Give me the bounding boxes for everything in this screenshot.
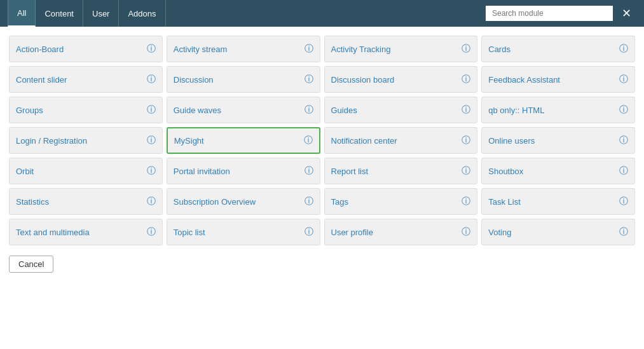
main-content: Action-BoardⓘActivity streamⓘActivity Tr…	[0, 27, 644, 278]
info-icon-statistics[interactable]: ⓘ	[147, 196, 156, 207]
info-icon-task-list[interactable]: ⓘ	[619, 196, 628, 207]
module-name-login-registration: Login / Registration	[16, 136, 143, 146]
info-icon-action-board[interactable]: ⓘ	[147, 43, 156, 55]
module-item-discussion[interactable]: Discussionⓘ	[167, 66, 320, 93]
info-icon-activity-tracking[interactable]: ⓘ	[462, 43, 470, 55]
module-name-cards: Cards	[488, 44, 615, 54]
info-icon-text-and-multimedia[interactable]: ⓘ	[147, 226, 156, 238]
module-name-notification-center: Notification center	[331, 136, 458, 146]
info-icon-topic-list[interactable]: ⓘ	[305, 226, 313, 238]
module-name-voting: Voting	[488, 228, 615, 237]
module-name-groups: Groups	[16, 106, 143, 115]
module-item-user-profile[interactable]: User profileⓘ	[324, 219, 478, 245]
module-item-statistics[interactable]: Statisticsⓘ	[9, 188, 163, 215]
info-icon-shoutbox[interactable]: ⓘ	[619, 165, 628, 177]
info-icon-discussion-board[interactable]: ⓘ	[462, 74, 470, 85]
module-name-action-board: Action-Board	[16, 44, 143, 54]
info-icon-portal-invitation[interactable]: ⓘ	[305, 165, 313, 177]
module-item-activity-stream[interactable]: Activity streamⓘ	[167, 36, 320, 62]
module-item-topic-list[interactable]: Topic listⓘ	[167, 219, 320, 245]
info-icon-tags[interactable]: ⓘ	[462, 196, 470, 207]
module-item-shoutbox[interactable]: Shoutboxⓘ	[481, 158, 635, 184]
module-item-text-and-multimedia[interactable]: Text and multimediaⓘ	[9, 219, 163, 245]
module-item-cards[interactable]: Cardsⓘ	[481, 36, 635, 62]
module-name-portal-invitation: Portal invitation	[174, 167, 301, 176]
close-button[interactable]: ✕	[617, 6, 636, 20]
module-item-groups[interactable]: Groupsⓘ	[9, 97, 163, 123]
info-icon-subscription-overview[interactable]: ⓘ	[305, 196, 313, 207]
module-name-guides: Guides	[331, 106, 458, 115]
module-name-tags: Tags	[331, 197, 458, 207]
info-icon-guides[interactable]: ⓘ	[462, 104, 470, 116]
nav-tab-all[interactable]: All	[8, 0, 36, 27]
module-name-activity-stream: Activity stream	[174, 44, 301, 54]
module-name-qb-html: qb only:: HTML	[488, 106, 615, 115]
module-item-tags[interactable]: Tagsⓘ	[324, 188, 478, 215]
module-item-feedback-assistant[interactable]: Feedback Assistantⓘ	[481, 66, 635, 93]
module-name-guide-waves: Guide waves	[174, 106, 301, 115]
module-name-statistics: Statistics	[16, 197, 143, 207]
module-name-task-list: Task List	[488, 197, 615, 207]
info-icon-groups[interactable]: ⓘ	[147, 104, 156, 116]
module-item-guide-waves[interactable]: Guide wavesⓘ	[167, 97, 320, 123]
module-item-mysight[interactable]: MySightⓘ	[167, 127, 320, 154]
header: AllContentUserAddons ✕	[0, 0, 644, 27]
module-item-online-users[interactable]: Online usersⓘ	[481, 127, 635, 154]
info-icon-cards[interactable]: ⓘ	[619, 43, 628, 55]
module-item-notification-center[interactable]: Notification centerⓘ	[324, 127, 478, 154]
module-item-portal-invitation[interactable]: Portal invitationⓘ	[167, 158, 320, 184]
module-name-online-users: Online users	[488, 136, 615, 146]
module-name-content-slider: Content slider	[16, 75, 143, 85]
nav-tab-addons[interactable]: Addons	[119, 0, 165, 27]
module-name-subscription-overview: Subscription Overview	[174, 197, 301, 207]
module-item-report-list[interactable]: Report listⓘ	[324, 158, 478, 184]
info-icon-activity-stream[interactable]: ⓘ	[305, 43, 313, 55]
info-icon-voting[interactable]: ⓘ	[619, 226, 628, 238]
module-item-activity-tracking[interactable]: Activity Trackingⓘ	[324, 36, 478, 62]
module-name-user-profile: User profile	[331, 228, 458, 237]
close-icon: ✕	[622, 7, 631, 20]
module-item-qb-html[interactable]: qb only:: HTMLⓘ	[481, 97, 635, 123]
module-name-topic-list: Topic list	[174, 228, 301, 237]
module-item-action-board[interactable]: Action-Boardⓘ	[9, 36, 163, 62]
module-item-guides[interactable]: Guidesⓘ	[324, 97, 478, 123]
module-name-discussion-board: Discussion board	[331, 75, 458, 85]
info-icon-discussion[interactable]: ⓘ	[305, 74, 313, 85]
info-icon-login-registration[interactable]: ⓘ	[147, 135, 156, 146]
info-icon-user-profile[interactable]: ⓘ	[462, 226, 470, 238]
module-name-mysight: MySight	[174, 136, 300, 146]
module-name-feedback-assistant: Feedback Assistant	[488, 75, 615, 85]
module-name-discussion: Discussion	[174, 75, 301, 85]
info-icon-report-list[interactable]: ⓘ	[462, 165, 470, 177]
module-name-shoutbox: Shoutbox	[488, 167, 615, 176]
module-item-task-list[interactable]: Task Listⓘ	[481, 188, 635, 215]
module-item-content-slider[interactable]: Content sliderⓘ	[9, 66, 163, 93]
nav-tab-user[interactable]: User	[83, 0, 119, 27]
nav-tabs: AllContentUserAddons	[8, 0, 166, 27]
module-name-text-and-multimedia: Text and multimedia	[16, 228, 143, 237]
module-name-activity-tracking: Activity Tracking	[331, 44, 458, 54]
nav-tab-content[interactable]: Content	[36, 0, 83, 27]
module-item-subscription-overview[interactable]: Subscription Overviewⓘ	[167, 188, 320, 215]
info-icon-online-users[interactable]: ⓘ	[619, 135, 628, 146]
module-name-orbit: Orbit	[16, 167, 143, 176]
module-item-voting[interactable]: Votingⓘ	[481, 219, 635, 245]
info-icon-mysight[interactable]: ⓘ	[304, 135, 313, 146]
info-icon-qb-html[interactable]: ⓘ	[619, 104, 628, 116]
info-icon-content-slider[interactable]: ⓘ	[147, 74, 156, 85]
search-input[interactable]	[486, 6, 613, 21]
info-icon-feedback-assistant[interactable]: ⓘ	[619, 74, 628, 85]
module-item-orbit[interactable]: Orbitⓘ	[9, 158, 163, 184]
module-item-login-registration[interactable]: Login / Registrationⓘ	[9, 127, 163, 154]
cancel-button[interactable]: Cancel	[9, 256, 53, 273]
module-item-discussion-board[interactable]: Discussion boardⓘ	[324, 66, 478, 93]
info-icon-orbit[interactable]: ⓘ	[147, 165, 156, 177]
info-icon-notification-center[interactable]: ⓘ	[462, 135, 470, 146]
info-icon-guide-waves[interactable]: ⓘ	[305, 104, 313, 116]
module-name-report-list: Report list	[331, 167, 458, 176]
module-grid: Action-BoardⓘActivity streamⓘActivity Tr…	[9, 36, 635, 245]
